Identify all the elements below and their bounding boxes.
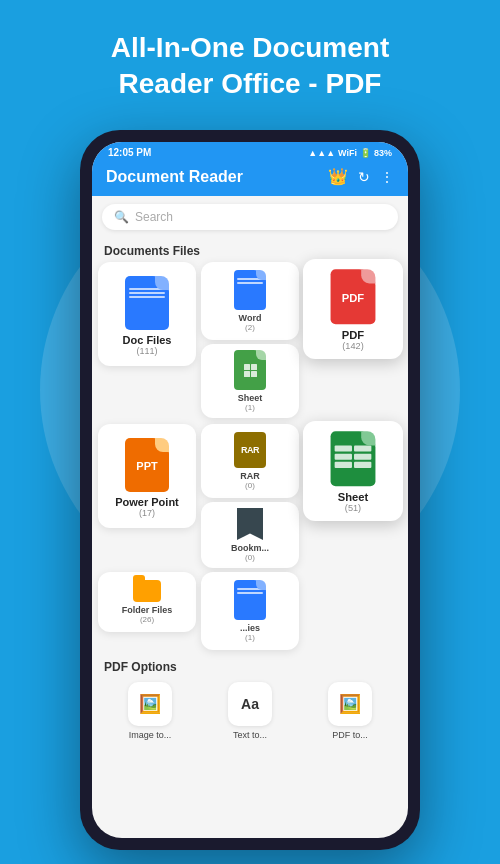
folder-card[interactable]: Folder Files (26) <box>98 572 196 632</box>
status-icons: ▲▲▲ WiFi 🔋 83% <box>308 148 392 158</box>
search-icon: 🔍 <box>114 210 129 224</box>
wifi-icon: WiFi <box>338 148 357 158</box>
signal-icon: ▲▲▲ <box>308 148 335 158</box>
sheet-small-card[interactable]: Sheet (1) <box>201 344 299 418</box>
files-card[interactable]: ...ies (1) <box>201 572 299 650</box>
pdf-to-label: PDF to... <box>332 730 368 740</box>
bookmark-label: Bookm... <box>231 543 269 553</box>
text-to-label: Text to... <box>233 730 267 740</box>
word-icon <box>234 270 266 310</box>
pdf-count: (142) <box>342 341 363 351</box>
rar-card[interactable]: RAR RAR (0) <box>201 424 299 498</box>
refresh-icon[interactable]: ↻ <box>358 169 370 185</box>
pdf-card[interactable]: PDF PDF (142) <box>303 259 403 359</box>
rar-icon: RAR <box>234 432 266 468</box>
ppt-icon: PPT <box>125 438 169 492</box>
battery-level: 83% <box>374 148 392 158</box>
files-count: (1) <box>245 633 255 642</box>
page-header: All-In-One Document Reader Office - PDF <box>0 0 500 123</box>
header-icons: 👑 ↻ ⋮ <box>328 167 394 186</box>
word-label: Word <box>239 313 262 323</box>
image-to-option[interactable]: 🖼️ Image to... <box>128 682 172 740</box>
phone-frame: 12:05 PM ▲▲▲ WiFi 🔋 83% Document Reader … <box>80 130 420 850</box>
files-icon <box>234 580 266 620</box>
text-to-icon: Aa <box>228 682 272 726</box>
sheet-large-label: Sheet <box>338 490 369 502</box>
sheet-small-count: (1) <box>245 403 255 412</box>
sheet-large-icon <box>331 431 376 486</box>
bookmark-card[interactable]: Bookm... (0) <box>201 502 299 568</box>
rar-label: RAR <box>240 471 260 481</box>
ppt-count: (17) <box>139 508 155 518</box>
search-placeholder: Search <box>135 210 173 224</box>
bookmark-icon <box>237 508 263 540</box>
phone-screen: 12:05 PM ▲▲▲ WiFi 🔋 83% Document Reader … <box>92 142 408 838</box>
status-time: 12:05 PM <box>108 147 151 158</box>
doc-files-label: Doc Files <box>123 334 172 346</box>
status-bar: 12:05 PM ▲▲▲ WiFi 🔋 83% <box>92 142 408 161</box>
ppt-label: Power Point <box>115 496 179 508</box>
doc-files-card[interactable]: Doc Files (111) <box>98 262 196 366</box>
pdf-to-icon: 🖼️ <box>328 682 372 726</box>
sheet-large-card[interactable]: Sheet (51) <box>303 421 403 521</box>
pdf-to-option[interactable]: 🖼️ PDF to... <box>328 682 372 740</box>
powerpoint-card[interactable]: PPT Power Point (17) <box>98 424 196 528</box>
battery-icon: 🔋 <box>360 148 371 158</box>
pdf-label: PDF <box>342 328 364 340</box>
image-to-icon: 🖼️ <box>128 682 172 726</box>
bookmark-count: (0) <box>245 553 255 562</box>
pdf-icon: PDF <box>331 269 376 324</box>
pdf-options-row: 🖼️ Image to... Aa Text to... 🖼️ PDF to..… <box>92 678 408 744</box>
scroll-content: Documents Files <box>92 238 408 838</box>
pdf-options-label: PDF Options <box>92 654 408 678</box>
app-title: Document Reader <box>106 168 243 186</box>
page-title: All-In-One Document Reader Office - PDF <box>20 30 480 103</box>
rar-count: (0) <box>245 481 255 490</box>
sheet-small-label: Sheet <box>238 393 263 403</box>
folder-label: Folder Files <box>122 605 173 615</box>
app-header: Document Reader 👑 ↻ ⋮ <box>92 161 408 196</box>
files-label: ...ies <box>240 623 260 633</box>
folder-count: (26) <box>140 615 154 624</box>
sheet-small-icon <box>234 350 266 390</box>
sheet-large-count: (51) <box>345 503 361 513</box>
image-to-label: Image to... <box>129 730 172 740</box>
more-icon[interactable]: ⋮ <box>380 169 394 185</box>
doc-files-icon <box>125 276 169 330</box>
doc-files-count: (111) <box>136 346 157 356</box>
crown-icon[interactable]: 👑 <box>328 167 348 186</box>
text-to-option[interactable]: Aa Text to... <box>228 682 272 740</box>
word-count: (2) <box>245 323 255 332</box>
folder-icon <box>133 580 161 602</box>
search-bar[interactable]: 🔍 Search <box>102 204 398 230</box>
word-card[interactable]: Word (2) <box>201 262 299 340</box>
